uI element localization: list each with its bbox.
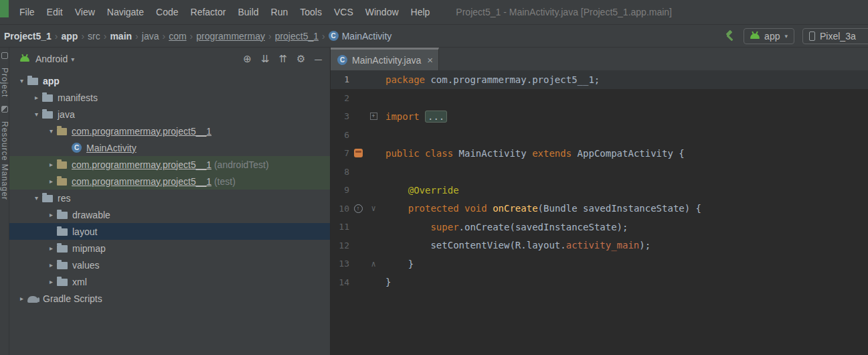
code-text: }	[380, 259, 414, 269]
hide-panel-icon[interactable]: ─	[315, 54, 322, 65]
breadcrumb-item-main[interactable]: main	[110, 31, 132, 42]
code-line-10[interactable]: 10↑∨ protected void onCreate(Bundle save…	[331, 200, 868, 218]
chevron-right-icon[interactable]: ▸	[31, 94, 42, 101]
breadcrumb-item-app[interactable]: app	[62, 31, 78, 42]
code-line-9[interactable]: 9 @Override	[331, 181, 868, 200]
tree-item-mainactivity[interactable]: CMainActivity	[9, 139, 330, 156]
fold-arrow-icon[interactable]: ∨	[371, 204, 375, 213]
breadcrumb-item-project5-1[interactable]: project5_1	[275, 31, 319, 42]
chevron-down-icon[interactable]: ▾	[31, 194, 42, 202]
code-line-11[interactable]: 11 super.onCreate(savedInstanceState);	[331, 218, 868, 236]
project-tool-window-icon[interactable]	[1, 52, 8, 59]
code-line-8[interactable]: 8	[331, 163, 868, 182]
locate-file-icon[interactable]: ⊕	[243, 53, 252, 65]
chevron-down-icon: ▾	[784, 33, 788, 40]
menu-edit[interactable]: Edit	[41, 0, 69, 24]
chevron-right-icon[interactable]: ▸	[46, 278, 57, 285]
menu-navigate[interactable]: Navigate	[101, 0, 150, 24]
menu-tools[interactable]: Tools	[294, 0, 328, 24]
android-activity-gutter-icon[interactable]	[354, 149, 363, 157]
menu-vcs[interactable]: VCS	[328, 0, 359, 24]
settings-icon[interactable]: ⚙	[296, 53, 305, 65]
menu-file[interactable]: File	[13, 0, 41, 24]
chevron-right-icon[interactable]: ▸	[46, 244, 57, 252]
code-line-3[interactable]: 3+import ...	[331, 107, 868, 126]
menu-view[interactable]: View	[69, 0, 101, 24]
line-number: 12	[335, 240, 349, 251]
breadcrumb-separator: ›	[52, 31, 62, 42]
chevron-down-icon[interactable]: ▾	[71, 56, 74, 63]
tree-item-suffix: (test)	[211, 176, 236, 187]
tree-item-xml[interactable]: ▸xml	[9, 273, 330, 290]
menu-refactor[interactable]: Refactor	[185, 0, 232, 24]
tree-item-label: values	[72, 260, 99, 271]
menu-code[interactable]: Code	[150, 0, 184, 24]
editor-code[interactable]: 1package com.programmermay.project5__1;2…	[331, 70, 868, 355]
code-line-14[interactable]: 14}	[331, 273, 868, 292]
code-line-7[interactable]: 7public class MainActivity extends AppCo…	[331, 144, 868, 163]
code-token	[385, 203, 408, 214]
breadcrumb-item-programmermay[interactable]: programmermay	[196, 31, 265, 42]
android-studio-window: FileEditViewNavigateCodeRefactorBuildRun…	[0, 0, 868, 355]
breadcrumb-item-java[interactable]: java	[142, 31, 159, 42]
fold-arrow-icon[interactable]: ∧	[371, 259, 375, 269]
menu-run[interactable]: Run	[265, 0, 294, 24]
project-tree[interactable]: ▾app▸manifests▾java▾com.programmermay.pr…	[9, 70, 330, 355]
menu-build[interactable]: Build	[232, 0, 264, 24]
code-token: public class	[385, 148, 459, 159]
breadcrumb-item-mainactivity[interactable]: CMainActivity	[329, 31, 392, 42]
chevron-right-icon[interactable]: ▸	[46, 178, 57, 185]
breadcrumb-item-com[interactable]: com	[169, 31, 186, 42]
tool-window-project[interactable]: Project	[0, 68, 9, 97]
tree-item-com-programmermay-project5-1[interactable]: ▾com.programmermay.project5__1	[9, 123, 330, 139]
code-token: protected void	[408, 203, 493, 214]
code-token: (Bundle savedInstanceState) {	[538, 203, 701, 214]
chevron-down-icon[interactable]: ▾	[16, 77, 27, 84]
chevron-right-icon[interactable]: ▸	[46, 261, 57, 269]
tree-item-manifests[interactable]: ▸manifests	[9, 89, 330, 106]
tree-item-values[interactable]: ▸values	[9, 257, 330, 273]
tab-mainactivity[interactable]: C MainActivity.java ×	[331, 48, 439, 70]
tool-window-resource-manager[interactable]: Resource Manager	[0, 121, 9, 200]
tree-item-java[interactable]: ▾java	[9, 106, 330, 123]
tree-item-layout[interactable]: layout	[9, 223, 330, 240]
breadcrumb-item-project5-1[interactable]: Project5_1	[4, 31, 52, 42]
chevron-right-icon[interactable]: ▸	[46, 211, 57, 218]
code-token	[385, 185, 408, 196]
code-token: extends	[532, 148, 577, 159]
override-method-gutter-icon[interactable]: ↑	[354, 204, 363, 213]
code-token: ...	[425, 111, 447, 123]
code-line-1[interactable]: 1package com.programmermay.project5__1;	[331, 70, 868, 89]
chevron-down-icon[interactable]: ▾	[46, 127, 57, 135]
code-line-6[interactable]: 6	[331, 126, 868, 145]
menu-help[interactable]: Help	[405, 0, 436, 24]
tree-item-com-programmermay-project5-1-androidtest[interactable]: ▸com.programmermay.project5__1 (androidT…	[9, 156, 330, 173]
tree-item-label: layout	[72, 226, 97, 237]
chevron-right-icon[interactable]: ▸	[16, 295, 27, 302]
chevron-down-icon[interactable]: ▾	[31, 111, 42, 118]
line-number: 3	[335, 111, 349, 121]
expand-all-icon[interactable]: ⇊	[261, 53, 270, 65]
breadcrumb-separator: ›	[187, 31, 197, 42]
tree-item-mipmap[interactable]: ▸mipmap	[9, 240, 330, 257]
tree-item-res[interactable]: ▾res	[9, 190, 330, 206]
build-hammer-icon[interactable]	[724, 30, 735, 42]
breadcrumb-item-src[interactable]: src	[88, 31, 100, 42]
tree-item-app[interactable]: ▾app	[9, 72, 330, 89]
fold-expand-icon[interactable]: +	[370, 113, 377, 120]
tree-item-label: manifests	[58, 92, 98, 103]
collapse-all-icon[interactable]: ⇈	[278, 53, 287, 65]
tree-item-com-programmermay-project5-1-test[interactable]: ▸com.programmermay.project5__1 (test)	[9, 173, 330, 190]
code-line-2[interactable]: 2	[331, 89, 868, 108]
code-line-12[interactable]: 12 setContentView(R.layout.activity_main…	[331, 236, 868, 255]
project-view-selector[interactable]: Android	[35, 54, 68, 64]
device-selector[interactable]: Pixel_3a	[802, 28, 868, 44]
menu-window[interactable]: Window	[359, 0, 405, 24]
tree-item-drawable[interactable]: ▸drawable	[9, 206, 330, 223]
code-line-13[interactable]: 13∧ }	[331, 255, 868, 273]
run-configuration-selector[interactable]: app ▾	[744, 28, 794, 44]
tree-item-gradle-scripts[interactable]: ▸Gradle Scripts	[9, 290, 330, 307]
close-icon[interactable]: ×	[427, 54, 433, 66]
chevron-right-icon[interactable]: ▸	[46, 161, 57, 168]
resource-manager-icon[interactable]	[1, 106, 8, 113]
